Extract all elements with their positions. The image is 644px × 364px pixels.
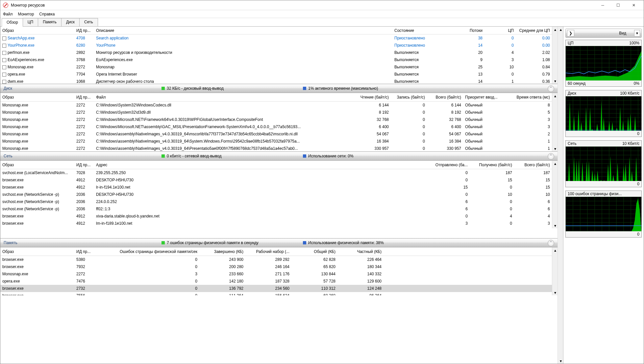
chart-min: 0 (637, 131, 639, 136)
chart-min: 0 (637, 232, 639, 237)
collapse-button[interactable]: ˄ (548, 240, 554, 246)
main-scrollbar[interactable]: ▴ ▾ (557, 27, 563, 364)
process-row[interactable]: YourPhone.exe6280YourPhoneПриостановлено… (0, 42, 552, 49)
chart-min: 0 (637, 182, 639, 186)
mem-row[interactable]: browser.exe79320200 280246 16465 820180 … (0, 263, 552, 270)
net-row[interactable]: svchost.exe (NetworkService -p)2036DESKT… (0, 191, 552, 198)
process-row[interactable]: dwm.exe1068Диспетчер окон рабочего стола… (0, 78, 552, 84)
process-checkbox[interactable] (2, 80, 6, 84)
close-button[interactable]: ✕ (626, 1, 641, 10)
disk-row[interactable]: Monosnap.exe2272C:\Windows\assembly\Nati… (0, 138, 552, 145)
menu-help[interactable]: Справка (39, 12, 55, 16)
net-scrollbar[interactable]: ▴ ▾ (552, 161, 557, 228)
process-headers[interactable]: Образ ИД пр... Описание Состояние Потоки… (0, 27, 552, 34)
square-green-icon (161, 87, 165, 90)
process-checkbox[interactable] (2, 36, 6, 40)
tab-memory[interactable]: Память (38, 18, 62, 26)
mem-row[interactable]: browser.exe75560111 364156 62460 26096 3… (0, 292, 552, 295)
menu-file[interactable]: Файл (3, 12, 13, 16)
panel-collapse-button[interactable]: ❯ (567, 30, 574, 36)
net-stat1: 0 кбит/с - сетевой ввод-вывод (167, 154, 222, 158)
disk-body[interactable]: Monosnap.exe2272C:\Windows\System32\Wind… (0, 102, 552, 151)
tab-disk[interactable]: Диск (61, 18, 80, 26)
main-area: Образ ИД пр... Описание Состояние Потоки… (0, 27, 644, 364)
disk-row[interactable]: Monosnap.exe2272C:\Windows\Microsoft.NET… (0, 123, 552, 130)
net-headers[interactable]: Образ ИД пр... Адрес Отправлено (ба... П… (0, 161, 552, 169)
col-pid[interactable]: ИД пр... (74, 28, 94, 33)
net-row[interactable]: browser.exe4912lr-in-f194.1e100.net15015 (0, 184, 552, 191)
chart-canvas (566, 46, 641, 80)
scroll-up-icon[interactable]: ▴ (552, 247, 557, 253)
process-checkbox[interactable] (2, 58, 6, 62)
net-row[interactable]: browser.exe4912DESKTOP-H5HU73001515 (0, 176, 552, 184)
mem-headers[interactable]: Образ ИД пр... Ошибок страницы физическо… (0, 247, 552, 256)
disk-stat1: 32 КБ/с - дисковый ввод-вывод (167, 86, 224, 91)
process-scrollbar[interactable]: ▴ ▾ (552, 27, 557, 84)
process-row[interactable]: opera.exe7704Opera Internet BrowserВыпол… (0, 71, 552, 78)
net-row[interactable]: svchost.exe (LocalServiceAndNoIm...70282… (0, 169, 552, 176)
mem-scrollbar[interactable]: ▴ ▾ (552, 247, 557, 295)
col-state[interactable]: Состояние (392, 28, 448, 33)
disk-scrollbar[interactable]: ▴ ▾ (552, 93, 557, 151)
col-desc[interactable]: Описание (94, 28, 392, 33)
scroll-down-icon[interactable]: ▾ (552, 146, 557, 151)
col-image[interactable]: Образ (2, 28, 14, 33)
scroll-down-icon[interactable]: ▾ (552, 223, 557, 228)
net-row[interactable]: browser.exe4912lm-in-f189.1e100.net303 (0, 220, 552, 227)
menu-monitor[interactable]: Монитор (18, 12, 34, 16)
tab-network[interactable]: Сеть (79, 18, 98, 26)
disk-row[interactable]: Monosnap.exe2272C:\Windows\System32\Wind… (0, 102, 552, 109)
chart-canvas (566, 197, 641, 231)
minimize-button[interactable]: ─ (595, 1, 610, 10)
view-dropdown-button[interactable]: ▾ (634, 30, 640, 36)
scroll-down-icon[interactable]: ▾ (558, 358, 563, 364)
mem-row[interactable]: opera.exe74760142 180187 32857 728129 60… (0, 278, 552, 285)
mem-row[interactable]: browser.exe27320136 792234 560110 312124… (0, 285, 552, 292)
mem-row[interactable]: Monosnap.exe22723233 660271 176130 84414… (0, 270, 552, 278)
titlebar[interactable]: Монитор ресурсов ─ ☐ ✕ (0, 0, 644, 10)
process-checkbox[interactable] (2, 73, 6, 77)
tab-overview[interactable]: Обзор (2, 18, 23, 27)
scroll-up-icon[interactable]: ▴ (552, 93, 557, 99)
scroll-down-icon[interactable]: ▾ (552, 78, 557, 84)
maximize-button[interactable]: ☐ (611, 1, 626, 10)
chart-max: 100% (629, 41, 639, 45)
scroll-up-icon[interactable]: ▴ (558, 27, 563, 32)
col-cpu[interactable]: ЦП (484, 28, 516, 33)
collapse-button[interactable]: ˄ (548, 85, 554, 92)
scroll-up-icon[interactable]: ▴ (552, 161, 557, 166)
disk-row[interactable]: Monosnap.exe2272C:\Windows\assembly\Nati… (0, 145, 552, 151)
process-row[interactable]: perfmon.exe2892Монитор ресурсов и произв… (0, 49, 552, 56)
col-avg[interactable]: Среднее для ЦП (516, 28, 552, 33)
process-body[interactable]: SearchApp.exe4708Search applicationПриос… (0, 34, 552, 84)
memory-section-bar[interactable]: Память 7 ошибок страницы физической памя… (0, 238, 557, 247)
process-row[interactable]: SearchApp.exe4708Search applicationПриос… (0, 34, 552, 42)
scroll-up-icon[interactable]: ▴ (552, 27, 557, 32)
disk-row[interactable]: Monosnap.exe2272C:\Windows\Microsoft.NET… (0, 116, 552, 123)
col-threads[interactable]: Потоки (448, 28, 484, 33)
mem-body[interactable]: browser.exe53800243 900289 29262 828226 … (0, 256, 552, 295)
disk-row[interactable]: Monosnap.exe2272C:\Windows\System32\d3d9… (0, 109, 552, 116)
disk-row[interactable]: Monosnap.exe2272C:\Windows\assembly\Nati… (0, 130, 552, 138)
disk-section-bar[interactable]: Диск 32 КБ/с - дисковый ввод-вывод 1% ак… (0, 84, 557, 93)
net-body[interactable]: svchost.exe (LocalServiceAndNoIm...70282… (0, 169, 552, 228)
mem-row[interactable]: browser.exe53800243 900289 29262 828226 … (0, 256, 552, 263)
scroll-down-icon[interactable]: ▾ (552, 290, 557, 295)
process-checkbox[interactable] (2, 65, 6, 69)
view-label[interactable]: Вид (612, 31, 633, 35)
process-checkbox[interactable] (2, 51, 6, 55)
chart-label: Диск (568, 91, 576, 96)
process-row[interactable]: EoAExperiences.exe3768EoAExperiences.exe… (0, 56, 552, 63)
net-row[interactable]: svchost.exe (NetworkService -p)2036224.0… (0, 198, 552, 205)
process-row[interactable]: Monosnap.exe2272MonosnapВыполняется25100… (0, 63, 552, 71)
chart-label: 100 ошибок страницы физи... (568, 192, 622, 196)
net-row[interactable]: svchost.exe (NetworkService -p)2036ff02:… (0, 205, 552, 213)
net-row[interactable]: browser.exe4912xiva-daria.stable.qloud-b… (0, 213, 552, 220)
disk-headers[interactable]: Образ ИД пр... Файл Чтение (байт/с) Запи… (0, 93, 552, 102)
tab-cpu[interactable]: ЦП (23, 18, 38, 26)
collapse-button[interactable]: ˄ (548, 153, 554, 160)
tables-column: Образ ИД пр... Описание Состояние Потоки… (0, 27, 557, 364)
network-section-bar[interactable]: Сеть 0 кбит/с - сетевой ввод-вывод Испол… (0, 151, 557, 161)
process-checkbox[interactable] (2, 44, 6, 48)
view-bar: ❯ Вид ▾ (565, 29, 642, 38)
